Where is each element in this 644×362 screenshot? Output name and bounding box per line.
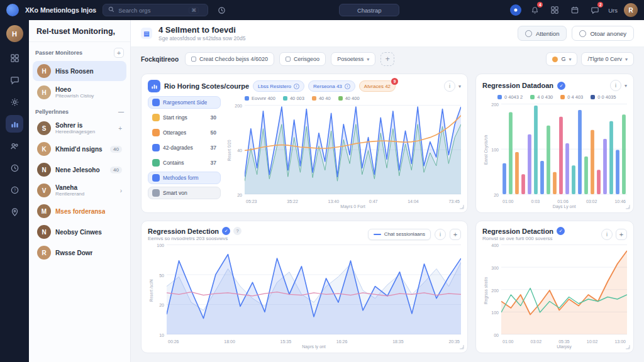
- info-button[interactable]: i: [610, 80, 621, 91]
- add-monitor-button[interactable]: +: [114, 48, 124, 58]
- app-name: XKo Mnetionlogs Injos: [25, 6, 96, 14]
- add-filter-button[interactable]: +: [380, 52, 394, 66]
- filter-chip-resistero[interactable]: Lbss Resisteroi: [253, 80, 304, 92]
- svg-text:?: ?: [13, 187, 16, 192]
- legend-swatch-icon: [497, 95, 502, 99]
- resize-handle-icon[interactable]: [625, 203, 630, 211]
- legend-swatch-icon: [530, 95, 535, 99]
- calendar-icon[interactable]: [568, 3, 582, 17]
- metric-item[interactable]: Smart von: [148, 187, 221, 199]
- sidebar-person[interactable]: MMses forderansa: [33, 201, 126, 221]
- sidebar-person[interactable]: H Hoeo Piteowrish Cistoy: [33, 82, 126, 102]
- metric-item[interactable]: Start rings30: [148, 111, 221, 124]
- legend-item[interactable]: Eovvnr 400: [245, 96, 275, 101]
- chat-icon[interactable]: [6, 71, 23, 89]
- metric-item[interactable]: Methodes form: [148, 172, 221, 184]
- chart-canvas: [167, 243, 461, 337]
- chart-canvas: [245, 104, 461, 197]
- clear-button[interactable]: Otoar anoney: [572, 26, 634, 41]
- resize-handle-icon[interactable]: [459, 343, 464, 351]
- sidebar-person[interactable]: RRwsse Dowr: [33, 243, 126, 263]
- assistant-icon[interactable]: [510, 4, 521, 16]
- chevron-down-icon[interactable]: ▾: [625, 83, 627, 89]
- topbar-search[interactable]: ⌘: [103, 4, 208, 16]
- clock-icon[interactable]: [6, 159, 23, 177]
- team-icon[interactable]: [6, 137, 23, 155]
- person-name: Neobsy Cinwes: [55, 229, 102, 236]
- metric-label: Start rings: [163, 114, 187, 121]
- x-tick: 13:40: [328, 199, 340, 204]
- info-button[interactable]: i: [601, 229, 613, 240]
- legend-item[interactable]: 40 40: [312, 96, 331, 101]
- help-icon[interactable]: ?: [6, 181, 23, 199]
- monitoring-chart-icon[interactable]: [6, 115, 23, 133]
- metric-item[interactable]: Rargesoment Side: [148, 96, 221, 109]
- units-label[interactable]: Urs: [608, 7, 618, 14]
- metric-list: Rargesoment SideStart rings30Otterages50…: [148, 92, 221, 209]
- filter-chip[interactable]: Posoetess▾: [331, 52, 375, 66]
- metric-icon: [152, 189, 160, 197]
- y-tick: 200: [235, 104, 242, 108]
- filter-range-dropdown[interactable]: /Tlgrte 0 Cerv ▾: [581, 52, 634, 66]
- x-tick: 20:35: [448, 339, 460, 344]
- metric-value: 37: [211, 160, 216, 166]
- filter-chip-rerseona[interactable]: Rerseona 43i: [308, 80, 355, 92]
- messages-icon[interactable]: 2: [588, 3, 602, 17]
- collapse-icon[interactable]: —: [118, 109, 124, 115]
- chevron-down-icon[interactable]: ▾: [458, 84, 461, 89]
- notification-bell-icon[interactable]: 4: [528, 3, 541, 17]
- sidebar-person[interactable]: SSohrer isHereedinagesgen+: [33, 118, 126, 138]
- sidebar-person[interactable]: NNeobsy Cinwes: [33, 222, 126, 242]
- panel-title: Regression Detection: [148, 228, 219, 235]
- filter-chip[interactable]: Cerisgeoo: [279, 52, 326, 66]
- avatar: N: [37, 225, 51, 239]
- metric-item[interactable]: Otterages50: [148, 126, 221, 139]
- location-pin-icon[interactable]: [6, 203, 23, 221]
- metric-item[interactable]: Contains37: [148, 156, 221, 169]
- metric-item[interactable]: 42-dagrades37: [148, 141, 221, 154]
- legend-item[interactable]: 4 0 430: [530, 94, 553, 100]
- row-action-icon[interactable]: +: [118, 125, 122, 132]
- resize-handle-icon[interactable]: [459, 203, 464, 211]
- filter-chip[interactable]: Creat Checdo bejss 4/6020: [185, 52, 274, 66]
- y-axis-ticks: 100502010: [154, 243, 167, 337]
- add-widget-button[interactable]: +: [616, 229, 627, 240]
- legend-item[interactable]: 0 4 403: [560, 94, 583, 100]
- apps-grid-icon[interactable]: [548, 3, 562, 17]
- series-toggle-chip[interactable]: Chat sessionlaans: [368, 229, 431, 240]
- metric-label: Smart von: [163, 190, 187, 196]
- app-logo-icon[interactable]: [6, 4, 19, 16]
- settings-gear-icon[interactable]: [6, 93, 23, 111]
- y-tick: 40: [237, 148, 242, 153]
- search-input[interactable]: [118, 7, 185, 14]
- y-tick: 300: [491, 266, 499, 270]
- x-tick: 73:45: [448, 199, 460, 204]
- topbar: XKo Mnetionlogs Injos ⌘ Chastrap 4: [0, 0, 644, 20]
- row-action-icon[interactable]: ›: [120, 187, 122, 194]
- legend-item[interactable]: 40 003: [283, 96, 304, 101]
- y-tick: 20: [494, 193, 499, 197]
- legend-item[interactable]: 0 4043 2: [497, 94, 523, 100]
- sidebar-person[interactable]: NNene Jelesoho40: [33, 160, 126, 180]
- legend-item[interactable]: 0 0 4035: [591, 94, 616, 100]
- topbar-center-button[interactable]: Chastrap: [339, 4, 400, 16]
- resize-handle-icon[interactable]: [625, 343, 630, 351]
- add-widget-button[interactable]: +: [450, 229, 461, 240]
- sidebar-person-selected[interactable]: H Hiss Roosen: [33, 61, 126, 81]
- legend-item[interactable]: 40 400: [338, 96, 360, 101]
- sidebar-person[interactable]: VVanehaRentlererand›: [33, 180, 126, 200]
- user-avatar[interactable]: R: [624, 3, 638, 17]
- dashboard-icon[interactable]: [6, 49, 23, 67]
- rail-user-avatar[interactable]: H: [6, 25, 23, 42]
- x-tick: 10:02: [587, 339, 598, 344]
- info-button[interactable]: i: [435, 229, 446, 240]
- info-button[interactable]: i: [444, 80, 455, 92]
- sidebar-person[interactable]: KKhmid'd nsigns40: [33, 139, 126, 159]
- x-axis-label: Mayrs 0 Fort: [226, 204, 461, 209]
- x-tick: 10:46: [614, 199, 626, 204]
- filter-grouping-dropdown[interactable]: G ▾: [546, 52, 577, 66]
- attention-button[interactable]: Attention: [518, 26, 567, 41]
- filter-chip-atvraces[interactable]: Atvraces 42 9: [359, 80, 396, 92]
- x-tick: 01:00: [502, 199, 514, 204]
- history-icon[interactable]: [214, 3, 228, 17]
